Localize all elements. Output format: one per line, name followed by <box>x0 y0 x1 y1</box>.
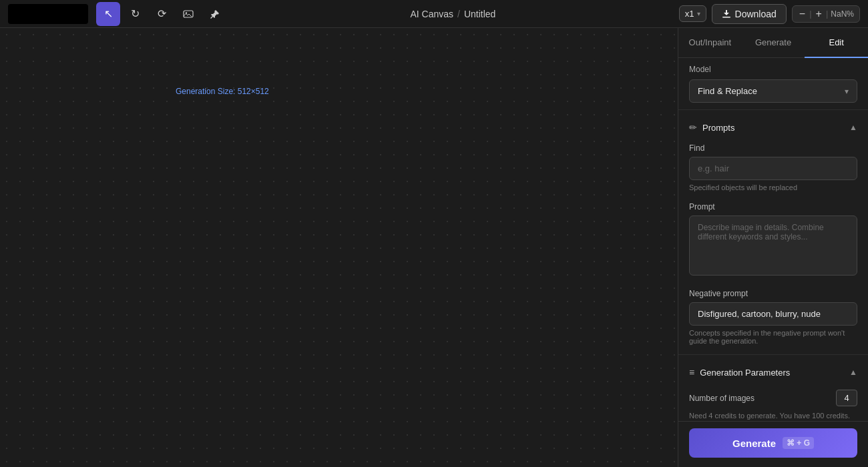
find-label: Find <box>689 143 857 153</box>
breadcrumb-file: Untitled <box>464 9 495 19</box>
gen-params-title-row: ≡ Generation Parameters <box>689 367 790 378</box>
zoom-percentage: NaN% <box>831 9 854 19</box>
image-tool-btn[interactable] <box>176 2 200 26</box>
topbar: ↖ ↻ ⟳ AI Canvas / Untitled x1 ▾ <box>0 0 868 28</box>
negative-prompt-hint: Concepts specified in the negative promp… <box>689 329 857 345</box>
right-panel: Out/Inpaint Generate Edit Model Find & R… <box>678 28 868 467</box>
download-button[interactable]: Download <box>712 4 787 24</box>
canvas-area[interactable]: Generation Size: 512×512 <box>0 28 678 467</box>
panel-content: Model Find & Replace ▾ ✏ Prompts ▲ Find <box>678 58 868 421</box>
loop-tool-btn[interactable]: ↻ <box>123 2 147 26</box>
negative-prompt-field-group: Negative prompt Concepts specified in th… <box>678 285 868 352</box>
svg-rect-2 <box>722 17 730 18</box>
topbar-right: x1 ▾ Download − | + | NaN% <box>679 4 860 24</box>
model-select-dropdown[interactable]: Find & Replace ▾ <box>689 79 857 103</box>
prompt-textarea[interactable] <box>689 215 857 276</box>
prompt-field-group: Prompt <box>678 198 868 285</box>
find-hint: Specified objects will be replaced <box>689 183 857 191</box>
generate-shortcut: ⌘ + G <box>783 437 814 449</box>
tab-generate[interactable]: Generate <box>742 28 805 58</box>
num-images-hint: Need 4 credits to generate. You have 100… <box>678 412 868 421</box>
pin-tool-btn[interactable] <box>203 2 227 26</box>
num-images-value[interactable]: 4 <box>836 390 857 406</box>
generate-button[interactable]: Generate ⌘ + G <box>689 428 857 458</box>
tab-edit[interactable]: Edit <box>805 28 868 58</box>
gen-params-chevron-icon: ▲ <box>849 368 857 377</box>
zoom-minus-btn[interactable]: − <box>798 9 807 19</box>
breadcrumb: AI Canvas / Untitled <box>410 9 495 19</box>
prompts-title-row: ✏ Prompts <box>689 122 734 133</box>
breadcrumb-separator: / <box>457 9 460 19</box>
find-field-group: Find Specified objects will be replaced <box>678 139 868 198</box>
cursor-tool-btn[interactable]: ↖ <box>96 2 120 26</box>
model-section: Model Find & Replace ▾ <box>678 58 868 107</box>
prompt-label: Prompt <box>689 202 857 211</box>
pencil-icon: ✏ <box>689 122 697 133</box>
gen-params-section-header[interactable]: ≡ Generation Parameters ▲ <box>678 358 868 384</box>
negative-prompt-label: Negative prompt <box>689 289 857 298</box>
generate-label: Generate <box>732 438 776 449</box>
sliders-icon: ≡ <box>689 367 694 378</box>
divider-2 <box>678 354 868 355</box>
zoom-level-badge[interactable]: x1 ▾ <box>679 5 706 22</box>
canvas-dots <box>0 28 678 467</box>
topbar-left: ↖ ↻ ⟳ <box>8 2 227 26</box>
negative-prompt-input[interactable] <box>689 302 857 326</box>
prompts-chevron-icon: ▲ <box>849 123 857 132</box>
logo <box>8 4 88 24</box>
zoom-level-arrow: ▾ <box>697 10 700 17</box>
model-label: Model <box>689 65 857 74</box>
main-area: Generation Size: 512×512 Out/Inpaint Gen… <box>0 28 868 467</box>
num-images-label: Number of images <box>689 394 754 403</box>
zoom-control: − | + | NaN% <box>792 5 860 23</box>
panel-tabs: Out/Inpaint Generate Edit <box>678 28 868 58</box>
gen-params-section-title: Generation Parameters <box>700 368 790 378</box>
prompts-section-header[interactable]: ✏ Prompts ▲ <box>678 113 868 139</box>
generate-btn-area: Generate ⌘ + G <box>678 421 868 467</box>
zoom-level-label: x1 <box>685 9 694 19</box>
download-label: Download <box>735 9 777 19</box>
find-input[interactable] <box>689 157 857 180</box>
prompts-section-title: Prompts <box>702 123 734 133</box>
model-selected-value: Find & Replace <box>698 86 757 96</box>
refresh-tool-btn[interactable]: ⟳ <box>150 2 174 26</box>
zoom-plus-btn[interactable]: + <box>815 9 823 19</box>
num-images-row: Number of images 4 <box>678 384 868 412</box>
tab-outinpaint[interactable]: Out/Inpaint <box>678 28 742 58</box>
model-select-arrow-icon: ▾ <box>845 87 849 96</box>
divider-1 <box>678 109 868 110</box>
breadcrumb-app: AI Canvas <box>410 9 453 19</box>
